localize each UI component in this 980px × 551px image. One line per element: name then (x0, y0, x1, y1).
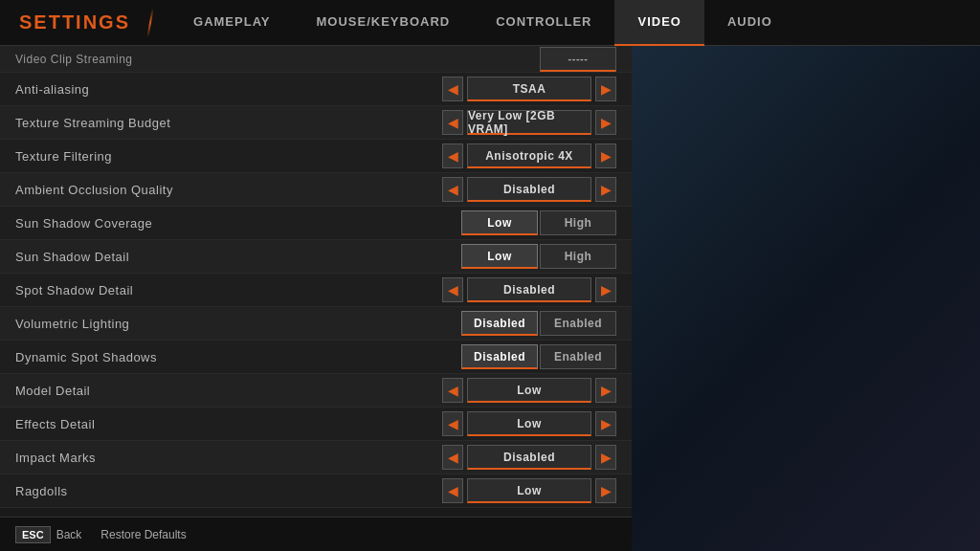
setting-label-7: Volumetric Lighting (15, 317, 461, 331)
value-box-0: TSAA (467, 77, 591, 101)
arrow-left-10[interactable]: ◀ (442, 411, 463, 436)
arrow-right-2[interactable]: ▶ (595, 143, 616, 168)
arrow-right-11[interactable]: ▶ (595, 445, 616, 470)
setting-control-7: DisabledEnabled (461, 311, 616, 336)
setting-label-10: Effects Detail (15, 417, 442, 431)
arrow-right-3[interactable]: ▶ (595, 177, 616, 202)
tab-gameplay[interactable]: GAMEPLAY (170, 0, 293, 46)
setting-row-10: Effects Detail◀Low▶ (0, 408, 632, 441)
app-title: SETTINGS (19, 11, 130, 33)
setting-row-8: Dynamic Spot ShadowsDisabledEnabled (0, 341, 632, 374)
main-layout: Video Clip Streaming ----- Anti-aliasing… (0, 46, 980, 551)
setting-control-12: ◀Low▶ (442, 478, 616, 503)
value-box-9: Low (467, 378, 591, 403)
setting-row-11: Impact Marks◀Disabled▶ (0, 441, 632, 474)
header-divider (146, 9, 153, 37)
setting-row-9: Model Detail◀Low▶ (0, 374, 632, 408)
clipped-label: Video Clip Streaming (15, 53, 540, 66)
settings-container: Video Clip Streaming ----- Anti-aliasing… (0, 46, 632, 551)
setting-row-0: Anti-aliasing◀TSAA▶ (0, 73, 632, 106)
toggle-group-4: LowHigh (461, 210, 616, 235)
setting-control-1: ◀Very Low [2GB VRAM]▶ (442, 110, 616, 135)
restore-label: Restore Defaults (100, 528, 186, 541)
setting-control-6: ◀Disabled▶ (442, 277, 616, 302)
arrow-right-12[interactable]: ▶ (595, 478, 616, 503)
clipped-row: Video Clip Streaming ----- (0, 46, 632, 73)
setting-label-1: Texture Streaming Budget (15, 116, 442, 130)
arrow-left-12[interactable]: ◀ (442, 478, 463, 503)
value-box-12: Low (467, 478, 591, 503)
arrow-right-1[interactable]: ▶ (595, 110, 616, 135)
clipped-value: ----- (540, 47, 616, 72)
toggle-btn-7-0[interactable]: Disabled (461, 311, 538, 336)
setting-label-4: Sun Shadow Coverage (15, 216, 461, 231)
arrow-right-0[interactable]: ▶ (595, 77, 616, 101)
toggle-btn-4-0[interactable]: Low (461, 210, 538, 235)
setting-row-2: Texture Filtering◀Anisotropic 4X▶ (0, 140, 632, 173)
setting-label-9: Model Detail (15, 384, 442, 398)
back-item[interactable]: ESC Back (15, 526, 81, 543)
setting-row-4: Sun Shadow CoverageLowHigh (0, 207, 632, 240)
setting-label-0: Anti-aliasing (15, 82, 442, 97)
toggle-btn-7-1[interactable]: Enabled (540, 311, 616, 336)
arrow-left-11[interactable]: ◀ (442, 445, 463, 470)
value-box-1: Very Low [2GB VRAM] (467, 110, 591, 135)
setting-label-6: Spot Shadow Detail (15, 283, 442, 298)
toggle-btn-5-1[interactable]: High (540, 244, 616, 269)
setting-label-12: Ragdolls (15, 484, 442, 498)
setting-control-3: ◀Disabled▶ (442, 177, 616, 202)
tab-mouse-keyboard[interactable]: MOUSE/KEYBOARD (294, 0, 474, 46)
toggle-group-5: LowHigh (461, 244, 616, 269)
setting-label-11: Impact Marks (15, 451, 442, 465)
toggle-btn-8-0[interactable]: Disabled (461, 344, 538, 369)
value-box-6: Disabled (467, 277, 591, 302)
toggle-btn-4-1[interactable]: High (540, 210, 616, 235)
setting-row-7: Volumetric LightingDisabledEnabled (0, 307, 632, 341)
arrow-left-0[interactable]: ◀ (442, 77, 463, 101)
tab-audio[interactable]: AUDIO (704, 0, 795, 46)
arrow-right-9[interactable]: ▶ (595, 378, 616, 403)
arrow-left-1[interactable]: ◀ (442, 110, 463, 135)
arrow-right-10[interactable]: ▶ (595, 411, 616, 436)
setting-row-12: Ragdolls◀Low▶ (0, 474, 632, 508)
footer: ESC Back Restore Defaults (0, 517, 632, 551)
setting-label-3: Ambient Occlusion Quality (15, 183, 442, 197)
setting-control-2: ◀Anisotropic 4X▶ (442, 143, 616, 168)
header: SETTINGS GAMEPLAY MOUSE/KEYBOARD CONTROL… (0, 0, 980, 46)
value-box-10: Low (467, 411, 591, 436)
right-panel (632, 46, 980, 551)
setting-row-5: Sun Shadow DetailLowHigh (0, 240, 632, 274)
value-box-2: Anisotropic 4X (467, 143, 591, 168)
value-box-11: Disabled (467, 445, 591, 470)
nav-tabs: GAMEPLAY MOUSE/KEYBOARD CONTROLLER VIDEO… (170, 0, 961, 46)
tab-video[interactable]: VIDEO (614, 0, 703, 46)
setting-control-9: ◀Low▶ (442, 378, 616, 403)
toggle-btn-8-1[interactable]: Enabled (540, 344, 616, 369)
esc-key: ESC (15, 526, 51, 543)
setting-row-1: Texture Streaming Budget◀Very Low [2GB V… (0, 106, 632, 140)
settings-scroll[interactable]: Video Clip Streaming ----- Anti-aliasing… (0, 46, 632, 551)
setting-row-6: Spot Shadow Detail◀Disabled▶ (0, 274, 632, 307)
setting-row-3: Ambient Occlusion Quality◀Disabled▶ (0, 173, 632, 207)
restore-item[interactable]: Restore Defaults (100, 528, 186, 541)
back-label: Back (56, 528, 82, 541)
toggle-group-8: DisabledEnabled (461, 344, 616, 369)
arrow-left-3[interactable]: ◀ (442, 177, 463, 202)
arrow-left-9[interactable]: ◀ (442, 378, 463, 403)
setting-label-5: Sun Shadow Detail (15, 250, 461, 264)
arrow-left-2[interactable]: ◀ (442, 143, 463, 168)
tab-controller[interactable]: CONTROLLER (473, 0, 614, 46)
setting-control-4: LowHigh (461, 210, 616, 235)
clipped-control: ----- (540, 47, 616, 72)
arrow-right-6[interactable]: ▶ (595, 277, 616, 302)
setting-control-0: ◀TSAA▶ (442, 77, 616, 101)
toggle-group-7: DisabledEnabled (461, 311, 616, 336)
setting-control-8: DisabledEnabled (461, 344, 616, 369)
setting-control-11: ◀Disabled▶ (442, 445, 616, 470)
setting-control-5: LowHigh (461, 244, 616, 269)
toggle-btn-5-0[interactable]: Low (461, 244, 538, 269)
setting-control-10: ◀Low▶ (442, 411, 616, 436)
value-box-3: Disabled (467, 177, 591, 202)
setting-label-2: Texture Filtering (15, 149, 442, 164)
arrow-left-6[interactable]: ◀ (442, 277, 463, 302)
